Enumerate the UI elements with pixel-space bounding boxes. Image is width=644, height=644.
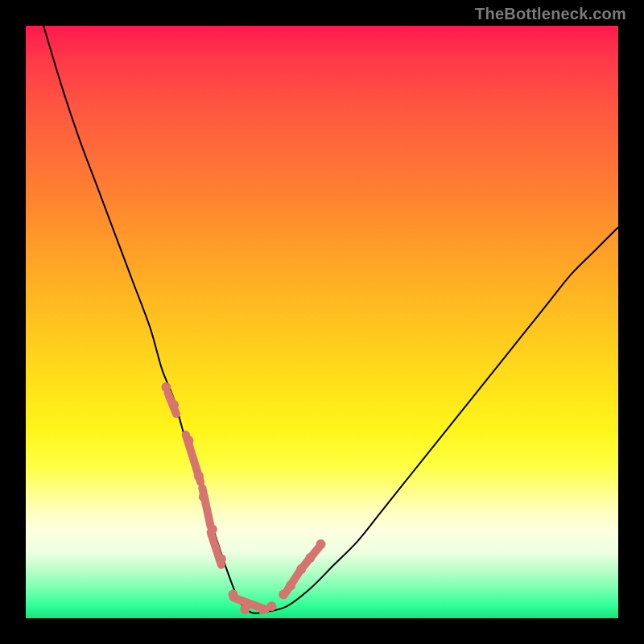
marker-dot (296, 564, 306, 574)
bottleneck-curve-svg (26, 26, 618, 618)
marker-dots (161, 382, 325, 614)
marker-dot (217, 554, 226, 564)
plot-area (26, 26, 618, 618)
marker-dot (258, 605, 267, 614)
marker-dot (199, 492, 208, 502)
marker-dot (229, 590, 238, 600)
bottleneck-curve (43, 26, 618, 613)
chart-frame: TheBottleneck.com (0, 0, 644, 644)
marker-dot (286, 581, 295, 591)
marker-segment (202, 488, 210, 526)
marker-dot (184, 436, 193, 445)
marker-dot (279, 590, 288, 600)
attribution-label: TheBottleneck.com (475, 5, 626, 23)
marker-dot (240, 605, 250, 614)
marker-dot (316, 539, 326, 549)
marker-segment (233, 597, 266, 609)
marker-dot (169, 400, 179, 410)
marker-segment (168, 393, 176, 414)
marker-segment (287, 568, 302, 591)
marker-segment (303, 547, 319, 567)
marker-dot (305, 553, 315, 563)
marker-dot (266, 601, 276, 611)
marker-dot (161, 382, 171, 392)
marker-segments (168, 393, 320, 609)
marker-dot (208, 525, 217, 535)
marker-segment (211, 532, 221, 564)
marker-dot (194, 471, 204, 481)
marker-segment (186, 435, 200, 482)
